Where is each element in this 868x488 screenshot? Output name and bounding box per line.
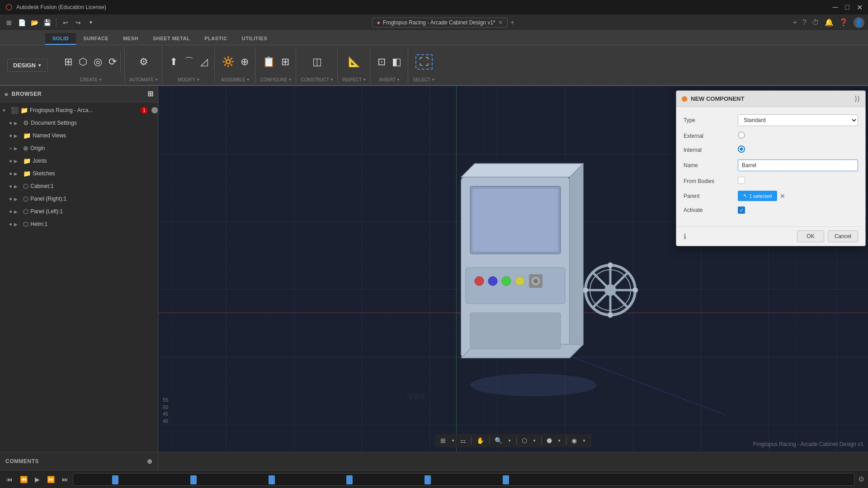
internal-radio[interactable]	[738, 145, 745, 153]
grid-btn[interactable]: ⚏	[458, 436, 468, 446]
design-dropdown-btn[interactable]: DESIGN ▼	[7, 59, 48, 72]
visual-dropdown-btn[interactable]: ▼	[555, 437, 563, 444]
minimize-btn[interactable]: ─	[833, 3, 838, 11]
tree-item-named-views[interactable]: ● ▶ 📁 Named Views	[0, 129, 158, 142]
tree-item-joints[interactable]: ● ▶ 📁 Joints	[0, 155, 158, 167]
dialog-expand-btn[interactable]: ⟩⟩	[854, 94, 860, 103]
undo-btn[interactable]: ↩	[60, 17, 71, 28]
save-btn[interactable]: 💾	[42, 17, 52, 28]
viewport[interactable]: Frogtopus 55 50 45 40 FRONT	[158, 86, 868, 452]
doc-tab-close[interactable]: ✕	[498, 19, 503, 26]
new-btn[interactable]: 📄	[16, 17, 27, 28]
question-icon[interactable]: ❓	[839, 18, 848, 27]
cancel-button[interactable]: Cancel	[828, 230, 858, 242]
inspect-btn1[interactable]: 📐	[345, 55, 363, 69]
insert-btn1[interactable]: ⊡	[375, 55, 388, 69]
comments-section[interactable]: COMMENTS ⊕	[0, 452, 158, 470]
tab-plastic[interactable]: PLASTIC	[197, 33, 235, 45]
redo-btn[interactable]: ↪	[73, 17, 84, 28]
new-component-btn[interactable]: ⊞	[61, 55, 75, 69]
sweep-icon: ⟳	[108, 57, 117, 67]
name-input[interactable]	[738, 160, 858, 171]
active-doc-tab[interactable]: ● Frogtopus Racing - Arcade Cabinet Desi…	[372, 18, 508, 28]
tab-sheet-metal[interactable]: SHEET METAL	[146, 33, 197, 45]
avatar-icon[interactable]: 👤	[854, 17, 864, 28]
snap-dropdown-btn[interactable]: ▼	[449, 437, 457, 444]
redo-alt-btn[interactable]: ▼	[85, 17, 96, 28]
parent-selector-btn[interactable]: ↖ 1 selected	[738, 191, 777, 201]
environment-btn[interactable]: ◉	[569, 436, 579, 446]
timeline-marker-2[interactable]	[190, 475, 197, 484]
configure-btn2[interactable]: ⊞	[278, 55, 292, 69]
timeline-prev-btn[interactable]: ⏪	[17, 474, 30, 485]
tree-item-root[interactable]: ▼ ⬛ 📁 Frogtopus Racing - Arca... 1	[0, 104, 158, 117]
dialog-header-icon	[682, 96, 687, 102]
tab-surface[interactable]: SURFACE	[76, 33, 116, 45]
tree-item-doc-settings[interactable]: ● ▶ ⚙ Document Settings	[0, 117, 158, 129]
tree-item-cabinet[interactable]: ● ▶ ⬡ Cabinet:1	[0, 180, 158, 192]
revolve-btn[interactable]: ◎	[91, 55, 105, 69]
tree-item-helm[interactable]: ● ▶ ⬡ Helm:1	[0, 218, 158, 230]
configure-btn1[interactable]: 📋	[260, 55, 278, 69]
extrude-btn[interactable]: ⬡	[76, 55, 90, 69]
browser-options-icon[interactable]: ⊞	[147, 89, 153, 98]
browser-collapse-icon[interactable]: «	[5, 90, 8, 98]
tab-utilities[interactable]: UTILITIES	[235, 33, 274, 45]
construct-btn1[interactable]: ◫	[310, 55, 325, 69]
timeline-track[interactable]	[73, 473, 854, 486]
clock-icon[interactable]: ⏱	[812, 19, 819, 27]
insert-btn2[interactable]: ◧	[389, 55, 404, 69]
title-bar-left: ⬡ Autodesk Fusion (Education License)	[5, 2, 106, 12]
joint-btn[interactable]: ⊕	[238, 55, 251, 69]
help-circle-icon[interactable]: ?	[802, 19, 807, 27]
tree-item-sketches[interactable]: ● ▶ 📁 Sketches	[0, 167, 158, 180]
timeline-marker-3[interactable]	[269, 475, 275, 484]
tab-mesh[interactable]: MESH	[116, 33, 146, 45]
snap-btn[interactable]: ⊞	[438, 436, 448, 446]
bell-icon[interactable]: 🔔	[825, 18, 834, 27]
cabinet-eye: ●	[9, 183, 12, 189]
automate-btn[interactable]: ⚙	[137, 55, 151, 69]
pan-btn[interactable]: ✋	[474, 436, 486, 446]
timeline-start-btn[interactable]: ⏮	[4, 474, 15, 485]
maximize-btn[interactable]: □	[845, 3, 849, 11]
timeline-marker-5[interactable]	[425, 475, 431, 484]
timeline-next-btn[interactable]: ⏩	[44, 474, 57, 485]
visual-style-btn[interactable]: ⬣	[544, 436, 554, 446]
zoom-dropdown-btn[interactable]: ▼	[505, 437, 514, 444]
header-right-icons: + ? ⏱ 🔔 ❓ 👤	[793, 17, 864, 28]
close-btn[interactable]: ✕	[857, 3, 863, 12]
timeline-end-btn[interactable]: ⏭	[59, 474, 71, 485]
new-tab-btn[interactable]: +	[508, 19, 517, 27]
display-mode-btn[interactable]: ⬡	[519, 436, 529, 446]
press-pull-btn[interactable]: ⬆	[167, 55, 180, 69]
apps-btn[interactable]: ⊞	[4, 17, 14, 28]
tree-item-panel-right[interactable]: ● ▶ ⬡ Panel (Right):1	[0, 192, 158, 205]
from-bodies-checkbox[interactable]	[738, 177, 745, 184]
select-icons: ⛶	[415, 48, 433, 75]
timeline-marker-4[interactable]	[346, 475, 353, 484]
activate-checkbox[interactable]: ✓	[738, 206, 745, 214]
timeline-marker-6[interactable]	[503, 475, 509, 484]
ok-button[interactable]: OK	[797, 230, 824, 242]
sweep-btn[interactable]: ⟳	[106, 55, 119, 69]
fillet-btn[interactable]: ⌒	[181, 55, 197, 69]
new-component-assemble-btn[interactable]: 🔆	[219, 55, 237, 69]
timeline-play-btn[interactable]: ▶	[32, 474, 42, 485]
timeline-settings-icon[interactable]: ⚙	[858, 475, 864, 483]
env-dropdown-btn[interactable]: ▼	[580, 437, 588, 444]
type-select[interactable]: Standard	[738, 114, 858, 126]
zoom-btn[interactable]: 🔍	[492, 436, 505, 446]
external-radio[interactable]	[738, 131, 745, 139]
tab-solid[interactable]: SOLID	[45, 33, 76, 45]
timeline-marker-1[interactable]	[112, 475, 118, 484]
parent-clear-btn[interactable]: ✕	[780, 192, 785, 200]
construct-icon1: ◫	[312, 57, 322, 67]
tree-item-origin[interactable]: ● ▶ ⊕ Origin	[0, 142, 158, 155]
select-btn1[interactable]: ⛶	[415, 54, 433, 70]
open-btn[interactable]: 📂	[29, 17, 40, 28]
add-icon[interactable]: +	[793, 19, 797, 27]
display-dropdown-btn[interactable]: ▼	[530, 437, 538, 444]
chamfer-btn[interactable]: ◿	[198, 55, 211, 69]
tree-item-panel-left[interactable]: ● ▶ ⬡ Panel (Left):1	[0, 205, 158, 218]
